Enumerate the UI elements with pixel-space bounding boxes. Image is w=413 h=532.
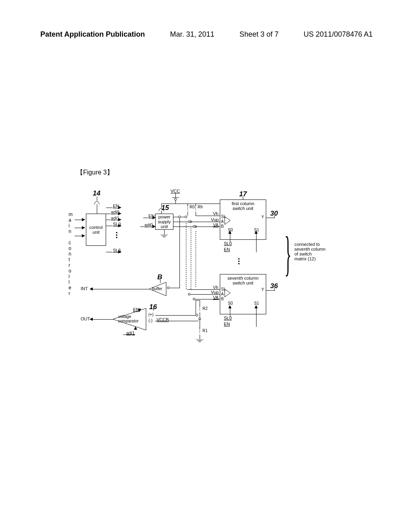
ref-14: 14	[93, 189, 100, 197]
header-sheet: Sheet 3 of 7	[240, 30, 279, 39]
sig-r0: R0	[190, 205, 195, 209]
sig-b-1: B	[221, 224, 224, 229]
sig-minus: (-)	[148, 318, 152, 323]
sig-vh-1: Vh	[213, 211, 218, 216]
sig-sl0-2: SL0	[224, 241, 232, 246]
sig-adj0-2: adj0	[144, 222, 153, 227]
sig-vccb: VCCB	[156, 317, 169, 322]
sig-b-2: B	[221, 297, 224, 301]
brace-icon: }	[284, 230, 291, 278]
sig-out: OUT	[81, 316, 90, 321]
circuit-diagram: main controller control unit 14 EN adj0 …	[71, 189, 345, 367]
sig-vup-1: Vup	[211, 217, 219, 222]
header-date: Mar. 31, 2011	[170, 30, 214, 39]
sig-rh: Rh	[198, 205, 203, 209]
power-supply-unit: power supply unit	[155, 214, 173, 230]
figure-label: 【Figure 3】	[77, 168, 113, 177]
sig-vcc: VCC	[171, 189, 180, 193]
sig-vh-2: Vh	[213, 285, 218, 290]
sig-a-2: A	[221, 292, 224, 296]
header-left: Patent Application Publication	[40, 30, 145, 39]
sig-en-4: EN	[224, 322, 230, 326]
sig-r2: R2	[202, 306, 208, 311]
buffer-label: buffer	[152, 287, 162, 291]
sig-a-1: A	[221, 219, 224, 224]
sig-r1: R1	[202, 328, 208, 333]
sig-va-2: VA	[213, 295, 219, 300]
sig-plus: (+)	[148, 312, 154, 317]
sig-y-1: Y	[261, 215, 264, 219]
control-unit: control unit	[86, 214, 106, 246]
header-pubno: US 2011/0078476 A1	[304, 30, 373, 39]
sig-en-3: EN	[224, 247, 230, 252]
sig-y-2: Y	[261, 287, 264, 292]
main-controller-label: main controller	[69, 212, 73, 296]
sig-va-1: VA	[213, 222, 219, 227]
connected-text: connected to seventh column of switch ma…	[294, 242, 325, 261]
sig-vup-2: Vup	[211, 290, 219, 295]
sig-int: INT	[81, 286, 88, 291]
voltage-comparator-label: voltage comparator	[118, 314, 139, 323]
sig-sl0-3: SL0	[224, 316, 232, 320]
